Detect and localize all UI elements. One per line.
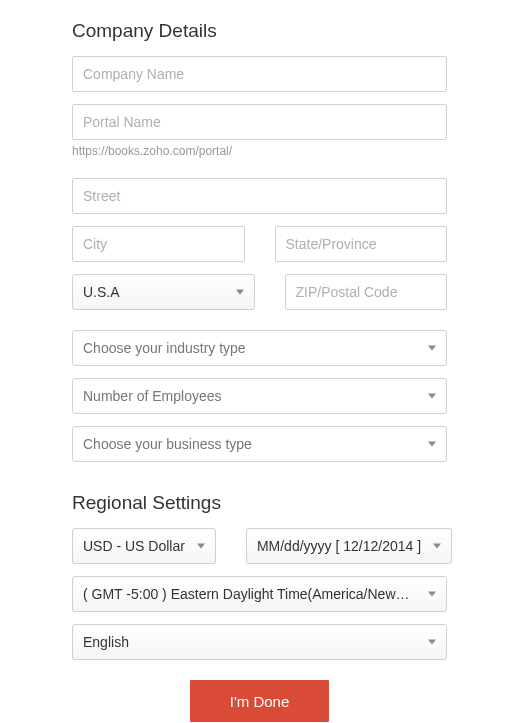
industry-select-placeholder: Choose your industry type [83, 340, 416, 356]
chevron-down-icon [428, 442, 436, 447]
business-type-select-placeholder: Choose your business type [83, 436, 416, 452]
language-select-value: English [83, 634, 416, 650]
business-type-select[interactable]: Choose your business type [72, 426, 447, 462]
chevron-down-icon [197, 544, 205, 549]
regional-settings-heading: Regional Settings [72, 492, 447, 514]
timezone-select[interactable]: ( GMT -5:00 ) Eastern Daylight Time(Amer… [72, 576, 447, 612]
employees-select[interactable]: Number of Employees [72, 378, 447, 414]
street-input[interactable] [72, 178, 447, 214]
industry-select[interactable]: Choose your industry type [72, 330, 447, 366]
chevron-down-icon [428, 346, 436, 351]
portal-url-helper: https://books.zoho.com/portal/ [72, 144, 447, 158]
portal-name-input[interactable] [72, 104, 447, 140]
country-select-value: U.S.A [83, 284, 224, 300]
chevron-down-icon [428, 394, 436, 399]
date-format-select[interactable]: MM/dd/yyyy [ 12/12/2014 ] [246, 528, 452, 564]
company-name-input[interactable] [72, 56, 447, 92]
currency-select[interactable]: USD - US Dollar [72, 528, 216, 564]
timezone-select-value: ( GMT -5:00 ) Eastern Daylight Time(Amer… [83, 586, 416, 602]
chevron-down-icon [428, 592, 436, 597]
chevron-down-icon [433, 544, 441, 549]
country-select[interactable]: U.S.A [72, 274, 255, 310]
currency-select-value: USD - US Dollar [83, 538, 185, 554]
language-select[interactable]: English [72, 624, 447, 660]
company-details-heading: Company Details [72, 20, 447, 42]
employees-select-placeholder: Number of Employees [83, 388, 416, 404]
done-button[interactable]: I'm Done [190, 680, 330, 722]
chevron-down-icon [236, 290, 244, 295]
zip-input[interactable] [285, 274, 448, 310]
state-input[interactable] [275, 226, 448, 262]
chevron-down-icon [428, 640, 436, 645]
date-format-select-value: MM/dd/yyyy [ 12/12/2014 ] [257, 538, 421, 554]
city-input[interactable] [72, 226, 245, 262]
